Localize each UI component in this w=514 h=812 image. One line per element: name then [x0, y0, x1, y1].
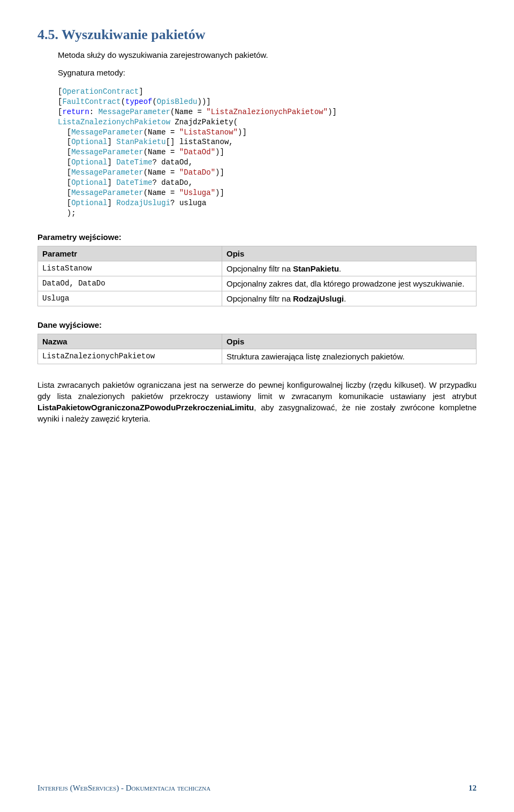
section-number: 4.5. [37, 27, 58, 42]
param-name: ListaStanow [38, 261, 222, 276]
intro-paragraph: Metoda służy do wyszukiwania zarejestrow… [58, 50, 477, 59]
table-row: ListaStanow Opcjonalny filtr na StanPaki… [38, 261, 477, 276]
section-heading: 4.5. Wyszukiwanie pakietów [37, 27, 477, 43]
output-data-table: Nazwa Opis ListaZnalezionychPakietow Str… [37, 334, 477, 364]
footer-left: Interfejs (WebServices) - Dokumentacja t… [37, 784, 210, 793]
body-paragraph: Lista zwracanych pakietów ograniczana je… [37, 379, 477, 424]
table-header-row: Parametr Opis [38, 246, 477, 261]
table-header-name: Nazwa [38, 334, 222, 349]
page-footer: Interfejs (WebServices) - Dokumentacja t… [37, 784, 477, 793]
input-params-table: Parametr Opis ListaStanow Opcjonalny fil… [37, 246, 477, 306]
table-row: Usluga Opcjonalny filtr na RodzajUslugi. [38, 291, 477, 306]
table-header-desc: Opis [222, 246, 476, 261]
param-name: DataOd, DataDo [38, 276, 222, 291]
table-row: DataOd, DataDo Opcjonalny zakres dat, dl… [38, 276, 477, 291]
signature-label: Sygnatura metody: [58, 68, 477, 77]
page-number: 12 [468, 784, 477, 793]
section-title: Wyszukiwanie pakietów [62, 27, 205, 42]
output-name: ListaZnalezionychPakietow [38, 349, 222, 364]
param-desc: Opcjonalny filtr na RodzajUslugi. [222, 291, 476, 306]
table-row: ListaZnalezionychPakietow Struktura zawi… [38, 349, 477, 364]
output-data-title: Dane wyjściowe: [37, 320, 477, 329]
output-desc: Struktura zawierająca listę znalezionych… [222, 349, 476, 364]
table-header-row: Nazwa Opis [38, 334, 477, 349]
param-desc: Opcjonalny filtr na StanPakietu. [222, 261, 476, 276]
param-desc: Opcjonalny zakres dat, dla którego prowa… [222, 276, 476, 291]
param-name: Usluga [38, 291, 222, 306]
code-block: [OperationContract] [FaultContract(typeo… [58, 87, 477, 219]
table-header-desc: Opis [222, 334, 476, 349]
table-header-param: Parametr [38, 246, 222, 261]
input-params-title: Parametry wejściowe: [37, 232, 477, 242]
